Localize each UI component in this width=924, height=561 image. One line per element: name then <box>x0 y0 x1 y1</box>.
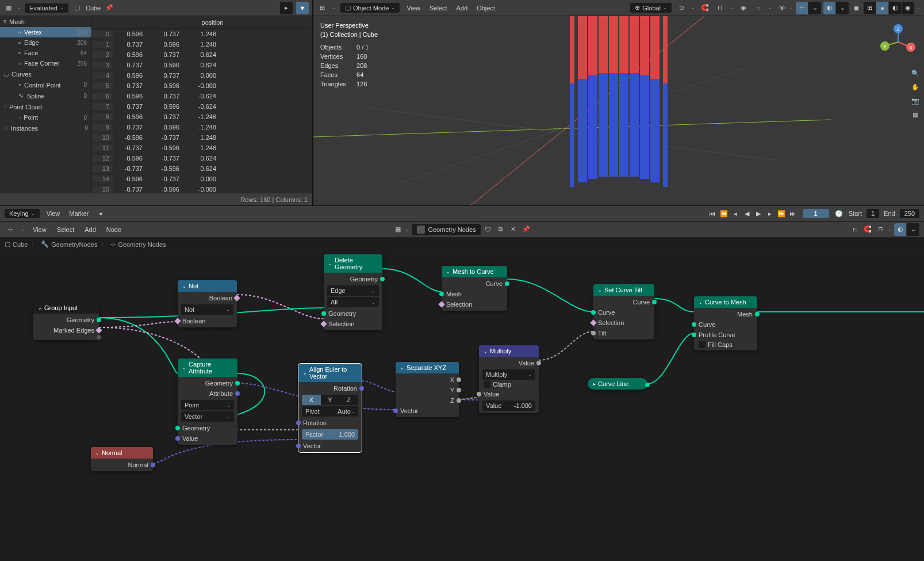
falloff-icon[interactable]: ∩ <box>753 3 764 13</box>
menu-node[interactable]: Node <box>104 226 124 233</box>
shield-icon[interactable]: 🛡 <box>483 224 493 235</box>
filter-icon[interactable]: ▼ <box>296 2 309 14</box>
table-row[interactable]: 14-0.596-0.7370.000 <box>92 174 312 184</box>
op-dropdown[interactable]: Not⌄ <box>181 304 233 315</box>
snap-icon[interactable]: 🧲 <box>862 224 873 235</box>
node-mesh-to-curve[interactable]: ⌄Mesh to Curve Curve Mesh Selection <box>442 266 507 311</box>
node-set-curve-tilt[interactable]: ⌄Set Curve Tilt Curve Curve Selection Ti… <box>593 284 654 339</box>
axis-tabs[interactable]: X Y Z <box>302 395 358 405</box>
menu-view[interactable]: View <box>404 5 423 12</box>
node-curve-line[interactable]: ▸Curve Line <box>588 378 647 390</box>
curves-section[interactable]: ◡ Curves <box>0 68 91 79</box>
bc-modifier[interactable]: 🔧 GeometryNodes <box>41 241 97 248</box>
xray-icon[interactable]: ▣ <box>851 3 861 13</box>
editor-type-icon[interactable]: ▦ <box>3 3 14 13</box>
eval-mode-dropdown[interactable]: Evaluated⌄ <box>25 3 68 13</box>
overlay-options[interactable]: ⌄ <box>836 2 849 14</box>
table-row[interactable]: 30.7370.5960.624 <box>92 60 312 70</box>
jump-end-icon[interactable]: ⏭ <box>788 208 798 219</box>
table-row[interactable]: 80.5960.737-1.248 <box>92 112 312 122</box>
snap-icon[interactable]: 🧲 <box>700 3 710 13</box>
pin-icon[interactable]: 📌 <box>521 224 531 235</box>
menu-view[interactable]: View <box>44 210 63 217</box>
instances-section[interactable]: ⊹ Instances0 <box>0 123 91 133</box>
table-row[interactable]: 20.5960.7370.624 <box>92 49 312 60</box>
clock-icon[interactable]: 🕐 <box>834 208 844 219</box>
snap-options-icon[interactable]: ⊓ <box>715 3 725 13</box>
current-frame[interactable]: 1 <box>803 209 829 218</box>
pan-icon[interactable]: ✋ <box>910 82 921 92</box>
browse-tree-icon[interactable]: ▦ <box>393 224 403 235</box>
gizmo-options[interactable]: ⌄ <box>808 2 821 14</box>
menu-select[interactable]: Select <box>55 226 77 233</box>
table-row[interactable]: 11-0.737-0.5961.248 <box>92 143 312 153</box>
menu-marker[interactable]: Marker <box>67 210 91 217</box>
start-frame[interactable]: 1 <box>867 209 879 218</box>
op-dropdown[interactable]: Multiply⌄ <box>482 369 535 380</box>
selection-toggle[interactable]: ▸ <box>280 2 293 14</box>
overlay-options[interactable]: ⌄ <box>907 223 919 236</box>
keyframe-next-icon[interactable]: ⏩ <box>776 208 787 219</box>
node-delete-geometry[interactable]: ⌄Delete Geometry Geometry Edge⌄ All⌄ Geo… <box>324 254 382 330</box>
type-dropdown[interactable]: Vector⌄ <box>181 411 234 422</box>
overlay-toggle[interactable]: ◐ <box>894 223 907 236</box>
table-row[interactable]: 12-0.596-0.7370.624 <box>92 153 312 163</box>
domain-edge[interactable]: ▫ Edge208 <box>0 37 91 48</box>
table-row[interactable]: 90.7370.596-1.248 <box>92 122 312 132</box>
node-curve-to-mesh[interactable]: ⌄Curve to Mesh Mesh Curve Profile Curve … <box>694 296 757 350</box>
menu-select[interactable]: Select <box>427 5 450 12</box>
factor-field[interactable]: Factor1.000 <box>302 429 358 440</box>
bc-object[interactable]: ▢ Cube <box>5 241 28 248</box>
menu-object[interactable]: Object <box>474 5 497 12</box>
shading-rendered[interactable]: ◉ <box>902 2 914 14</box>
parent-node-icon[interactable]: ⊏ <box>850 224 860 235</box>
domain-control-point[interactable]: ⸰ Control Point0 <box>0 79 91 90</box>
pivot-icon[interactable]: ⊙ <box>676 3 687 13</box>
node-align-euler[interactable]: ⌄Align Euler to Vector Rotation X Y Z Pi… <box>298 364 362 452</box>
column-header[interactable]: position <box>113 19 312 26</box>
node-group-input[interactable]: ⌄Group Input Geometry Marked Edges <box>33 302 99 340</box>
unlink-icon[interactable]: ✕ <box>508 224 519 235</box>
node-editor[interactable]: ⊹⌄ View Select Add Node ▦⌄ Geometry Node… <box>0 222 924 561</box>
node-separate-xyz[interactable]: ⌄Separate XYZ X Y Z Vector <box>396 362 459 417</box>
duplicate-icon[interactable]: ⧉ <box>496 224 506 235</box>
domain-point[interactable]: · Point0 <box>0 112 91 123</box>
menu-add[interactable]: Add <box>454 5 470 12</box>
domain-dropdown[interactable]: Point⌄ <box>181 400 234 410</box>
editor-type-icon[interactable]: ⊞ <box>317 3 327 13</box>
domain-dropdown[interactable]: Edge⌄ <box>327 285 379 296</box>
mode-dropdown[interactable]: ▢ Object Mode⌄ <box>340 3 400 13</box>
menu-view[interactable]: View <box>30 226 49 233</box>
table-row[interactable]: 13-0.737-0.5960.624 <box>92 163 312 174</box>
snap-options-icon[interactable]: ⊓ <box>875 224 885 235</box>
pivot-dropdown[interactable]: PivotAuto⌄ <box>302 406 358 417</box>
domain-face-corner[interactable]: ▫ Face Corner256 <box>0 58 91 68</box>
viewport-3d[interactable]: ⊞⌄ ▢ Object Mode⌄ View Select Add Object… <box>313 0 924 205</box>
pointcloud-section[interactable]: ⁖ Point Cloud <box>0 101 91 112</box>
node-not[interactable]: ⌄Not Boolean Not⌄ Boolean <box>178 280 237 327</box>
node-normal[interactable]: ⌄Normal Normal <box>91 447 153 471</box>
table-row[interactable]: 00.5960.7371.248 <box>92 29 312 39</box>
mesh-section[interactable]: ▿ Mesh <box>0 16 91 27</box>
play-icon[interactable]: ▶ <box>753 208 764 219</box>
table-row[interactable]: 50.7370.596-0.000 <box>92 81 312 91</box>
table-row[interactable]: 10-0.596-0.7371.248 <box>92 132 312 143</box>
table-row[interactable]: 60.5960.737-0.624 <box>92 91 312 101</box>
camera-icon[interactable]: 📷 <box>910 96 921 106</box>
tree-name-field[interactable]: Geometry Nodes <box>412 224 480 235</box>
overlay-toggle[interactable]: ◐ <box>823 2 836 14</box>
table-row[interactable]: 10.7370.5961.248 <box>92 39 312 49</box>
domain-vertex[interactable]: ▫ Vertex160 <box>0 27 91 37</box>
orientation-dropdown[interactable]: ⊕ Global⌄ <box>630 3 672 13</box>
frame-prev-icon[interactable]: ◂ <box>730 208 741 219</box>
autokey-icon[interactable]: ● <box>96 208 106 219</box>
table-row[interactable]: 70.7370.596-0.624 <box>92 101 312 112</box>
visibility-icon[interactable]: 👁 <box>777 3 787 13</box>
node-multiply[interactable]: ⌄Multiply Value Multiply⌄ Clamp Value Va… <box>479 345 539 413</box>
proportional-icon[interactable]: ◉ <box>738 3 749 13</box>
end-frame[interactable]: 250 <box>900 209 919 218</box>
node-capture-attribute[interactable]: ⌄Capture Attribute Geometry Attribute Po… <box>178 358 237 445</box>
jump-start-icon[interactable]: ⏮ <box>707 208 718 219</box>
zoom-icon[interactable]: 🔍 <box>910 68 921 78</box>
keying-dropdown[interactable]: Keying⌄ <box>5 209 40 218</box>
